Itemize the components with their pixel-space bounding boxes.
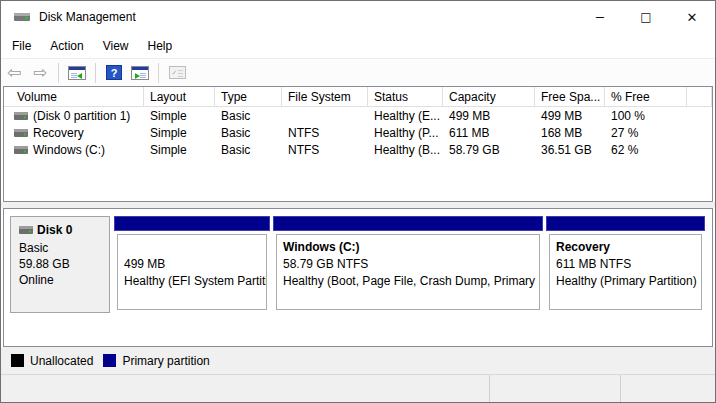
menu-action[interactable]: Action — [41, 36, 92, 56]
volume-name: Windows (C:) — [33, 143, 105, 157]
volume-capacity: 611 MB — [443, 126, 535, 140]
partition-title: Windows (C:) — [283, 239, 539, 256]
disk-management-window: Disk Management ─ □ ✕ File Action View H… — [0, 0, 716, 403]
status-bar — [1, 374, 715, 402]
volume-list-pane: Volume Layout Type File System Status Ca… — [3, 86, 713, 202]
forward-icon[interactable]: ⇨ — [27, 61, 53, 85]
volume-file-system: NTFS — [282, 143, 368, 157]
menu-help[interactable]: Help — [139, 36, 182, 56]
disk-name: Disk 0 — [37, 223, 72, 237]
partition-title — [124, 239, 266, 256]
volume-type: Basic — [215, 126, 282, 140]
volume-type: Basic — [215, 109, 282, 123]
partition-recovery[interactable]: Recovery 611 MB NTFS Healthy (Primary Pa… — [546, 216, 705, 313]
status-pane — [621, 375, 715, 402]
partition-size: 58.79 GB NTFS — [283, 256, 539, 273]
volume-file-system: NTFS — [282, 126, 368, 140]
volume-free-space: 36.51 GB — [535, 143, 605, 157]
toolbar: ⇦ ⇨ ? ✓ — [1, 58, 715, 86]
volume-icon — [14, 112, 28, 120]
volume-free-space: 499 MB — [535, 109, 605, 123]
column-header-status[interactable]: Status — [368, 87, 443, 106]
volume-icon — [14, 146, 28, 154]
unallocated-swatch — [11, 354, 24, 367]
partition-status: Healthy (Boot, Page File, Crash Dump, Pr… — [283, 273, 539, 290]
volume-layout: Simple — [144, 109, 215, 123]
partition-efi[interactable]: 499 MB Healthy (EFI System Partiti — [114, 216, 270, 313]
partition-status: Healthy (EFI System Partiti — [124, 273, 266, 290]
disk-size: 59.88 GB — [19, 256, 109, 272]
column-header-file-system[interactable]: File System — [282, 87, 368, 106]
column-header-free-space[interactable]: Free Spa... — [535, 87, 605, 106]
volume-name: Recovery — [33, 126, 84, 140]
status-pane — [490, 375, 621, 402]
volume-icon — [14, 129, 28, 137]
volume-name: (Disk 0 partition 1) — [33, 109, 130, 123]
console-tree-icon[interactable] — [64, 61, 90, 85]
toolbar-separator — [95, 63, 96, 83]
back-icon[interactable]: ⇦ — [1, 61, 27, 85]
partition-color-bar — [546, 216, 705, 231]
disk-management-app-icon — [13, 9, 31, 25]
volume-status: Healthy (P... — [368, 126, 443, 140]
volume-capacity: 499 MB — [443, 109, 535, 123]
disk-type: Basic — [19, 240, 109, 256]
volume-list-header: Volume Layout Type File System Status Ca… — [4, 87, 712, 107]
legend-label-unallocated: Unallocated — [30, 354, 93, 368]
partition-size: 499 MB — [124, 256, 266, 273]
column-header-layout[interactable]: Layout — [144, 87, 215, 106]
toolbar-separator — [158, 63, 159, 83]
table-row[interactable]: Windows (C:) Simple Basic NTFS Healthy (… — [4, 141, 712, 158]
volume-pct-free: 100 % — [605, 109, 687, 123]
partition-color-bar — [114, 216, 270, 231]
volume-layout: Simple — [144, 143, 215, 157]
toolbar-separator — [58, 63, 59, 83]
status-pane — [1, 375, 490, 402]
volume-pct-free: 62 % — [605, 143, 687, 157]
menu-view[interactable]: View — [94, 36, 138, 56]
help-icon[interactable]: ? — [101, 61, 127, 85]
legend-label-primary-partition: Primary partition — [122, 354, 209, 368]
partition-status: Healthy (Primary Partition) — [556, 273, 701, 290]
volume-status: Healthy (B... — [368, 143, 443, 157]
partition-title: Recovery — [556, 239, 701, 256]
table-row[interactable]: Recovery Simple Basic NTFS Healthy (P...… — [4, 124, 712, 141]
volume-pct-free: 27 % — [605, 126, 687, 140]
column-header-type[interactable]: Type — [215, 87, 282, 106]
legend-bar: Unallocated Primary partition — [1, 347, 715, 374]
minimize-button[interactable]: ─ — [577, 1, 623, 33]
disk-icon — [19, 226, 33, 234]
window-title: Disk Management — [39, 10, 136, 24]
column-header-volume[interactable]: Volume — [4, 87, 144, 106]
menu-file[interactable]: File — [3, 36, 40, 56]
partitions: 499 MB Healthy (EFI System Partiti Windo… — [114, 216, 708, 313]
partition-color-bar — [273, 216, 543, 231]
title-bar: Disk Management ─ □ ✕ — [1, 1, 715, 33]
volume-type: Basic — [215, 143, 282, 157]
volume-capacity: 58.79 GB — [443, 143, 535, 157]
column-header-capacity[interactable]: Capacity — [443, 87, 535, 106]
partition-size: 611 MB NTFS — [556, 256, 701, 273]
volume-status: Healthy (E... — [368, 109, 443, 123]
disk-0-label-box[interactable]: Disk 0 Basic 59.88 GB Online — [10, 216, 110, 313]
disk-0-row: Disk 0 Basic 59.88 GB Online 499 MB Heal… — [10, 216, 712, 313]
action-pane-icon[interactable] — [127, 61, 153, 85]
close-button[interactable]: ✕ — [669, 1, 715, 33]
volume-layout: Simple — [144, 126, 215, 140]
table-row[interactable]: (Disk 0 partition 1) Simple Basic Health… — [4, 107, 712, 124]
column-header-filler — [687, 87, 712, 106]
column-header-pct-free[interactable]: % Free — [605, 87, 687, 106]
partition-windows-c[interactable]: Windows (C:) 58.79 GB NTFS Healthy (Boot… — [273, 216, 543, 313]
volume-free-space: 168 MB — [535, 126, 605, 140]
disk-status: Online — [19, 272, 109, 288]
maximize-button[interactable]: □ — [623, 1, 669, 33]
properties-icon[interactable]: ✓ — [164, 61, 190, 85]
disk-graphical-pane: Disk 0 Basic 59.88 GB Online 499 MB Heal… — [3, 208, 713, 347]
primary-partition-swatch — [103, 354, 116, 367]
menu-bar: File Action View Help — [1, 33, 715, 58]
